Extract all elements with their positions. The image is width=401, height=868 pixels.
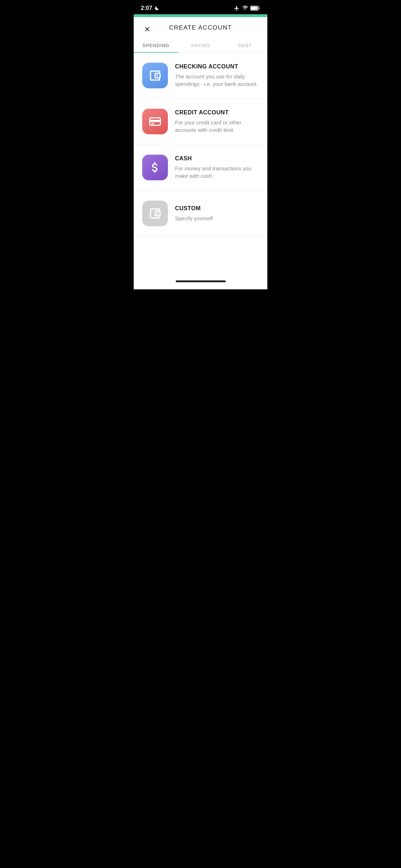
status-time: 2:07 — [141, 5, 159, 11]
cash-info: CASH For money and transactions you make… — [175, 155, 259, 180]
page-header: CREATE ACCOUNT — [134, 17, 267, 31]
account-type-tabs: SPENDING SAVING DEBT — [134, 38, 267, 53]
home-indicator — [134, 277, 267, 289]
checking-info: CHECKING ACCOUNT The account you use for… — [175, 63, 259, 88]
status-icons — [234, 5, 260, 11]
moon-icon — [154, 6, 159, 11]
checking-icon — [142, 63, 168, 88]
cash-name: CASH — [175, 155, 259, 162]
phone-container: 2:07 — [134, 0, 267, 289]
custom-info: CUSTOM Specify yourself — [175, 205, 259, 222]
checking-desc: The account you use for daily spendings … — [175, 73, 259, 88]
close-button[interactable] — [142, 24, 152, 34]
time-display: 2:07 — [141, 5, 152, 11]
credit-desc: For your credit card or other accounts w… — [175, 119, 259, 134]
account-item-credit[interactable]: CREDIT ACCOUNT For your credit card or o… — [134, 99, 267, 145]
tab-debt[interactable]: DEBT — [223, 38, 267, 52]
airplane-icon — [234, 5, 240, 11]
checking-name: CHECKING ACCOUNT — [175, 63, 259, 70]
custom-name: CUSTOM — [175, 205, 259, 212]
tab-saving[interactable]: SAVING — [178, 38, 223, 52]
cash-desc: For money and transactions you make with… — [175, 165, 259, 180]
cash-icon — [142, 155, 168, 180]
svg-rect-7 — [151, 123, 154, 124]
account-item-checking[interactable]: CHECKING ACCOUNT The account you use for… — [134, 53, 267, 99]
custom-icon — [142, 201, 168, 226]
credit-icon — [142, 109, 168, 134]
svg-rect-6 — [150, 120, 160, 122]
page-title: CREATE ACCOUNT — [169, 24, 232, 31]
home-bar — [176, 280, 226, 282]
account-item-custom[interactable]: CUSTOM Specify yourself — [134, 191, 267, 237]
account-item-cash[interactable]: CASH For money and transactions you make… — [134, 145, 267, 191]
account-list: CHECKING ACCOUNT The account you use for… — [134, 53, 267, 277]
green-peek-bar — [134, 14, 267, 17]
svg-point-4 — [156, 75, 158, 77]
custom-desc: Specify yourself — [175, 215, 259, 222]
wifi-icon — [242, 5, 248, 11]
battery-icon — [250, 5, 260, 11]
credit-info: CREDIT ACCOUNT For your credit card or o… — [175, 109, 259, 134]
svg-point-8 — [156, 213, 158, 215]
svg-rect-1 — [251, 7, 258, 10]
tab-spending[interactable]: SPENDING — [134, 38, 178, 52]
status-bar: 2:07 — [134, 0, 267, 14]
credit-name: CREDIT ACCOUNT — [175, 109, 259, 116]
